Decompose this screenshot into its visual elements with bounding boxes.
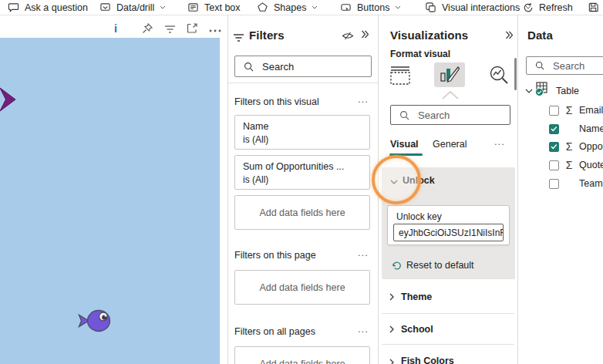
add-data-fields-dropzone[interactable]: Add data fields here [234, 195, 370, 230]
toolbar-text-box[interactable]: Text box [187, 0, 241, 15]
viz-search-input[interactable]: Search [390, 105, 510, 125]
more-options-icon[interactable] [209, 24, 221, 38]
shapes-icon [257, 2, 268, 13]
field-label: Name [579, 123, 603, 134]
fish-visual[interactable] [0, 38, 220, 364]
more-options-icon[interactable]: ... [358, 323, 369, 335]
data-search-input[interactable]: Search [526, 56, 603, 75]
chevron-down-icon[interactable] [390, 180, 398, 184]
more-options-icon[interactable]: ... [358, 93, 369, 105]
field-row-team[interactable]: Σ Team [549, 174, 603, 193]
visual-interactions-icon [425, 2, 436, 13]
chat-icon [8, 2, 19, 13]
filter-card-opportunities[interactable]: Sum of Opportunities ... is (All) [234, 155, 370, 190]
field-row-quote[interactable]: Σ Quote [549, 156, 603, 174]
eye-icon[interactable] [342, 31, 354, 41]
field-row-emails[interactable]: Σ Emails [549, 101, 603, 120]
tab-general[interactable]: General [433, 139, 467, 150]
visualizations-panel: Visualizations Format visual Search Visu… [378, 15, 518, 364]
reset-label: Reset to default [406, 260, 474, 271]
checkbox-unchecked[interactable] [549, 179, 559, 189]
add-data-fields-dropzone[interactable]: Add data fields here [234, 270, 370, 305]
visual-info-icon[interactable]: i [114, 22, 117, 35]
data-panel: Data Search Table Σ Emails Σ Name Σ Oppo… [517, 15, 603, 364]
field-label: Emails [579, 105, 603, 116]
chevron-right-icon [389, 293, 394, 301]
visualizations-title: Visualizations [390, 29, 468, 42]
active-tab-underline [389, 153, 423, 156]
toolbar-ask-a-question[interactable]: Ask a question [8, 0, 88, 15]
checkbox-unchecked[interactable] [549, 106, 559, 116]
field-row-opportunities[interactable]: Σ Opportunities [549, 137, 603, 156]
toolbar-label: Ask a question [25, 2, 88, 13]
dropzone-label: Add data fields here [259, 359, 345, 364]
table-node[interactable]: Table [525, 86, 579, 96]
field-label: Quote [579, 160, 603, 170]
toolbar-refresh[interactable]: Refresh [523, 0, 573, 15]
toolbar-data-drill[interactable]: Data/drill [99, 0, 166, 15]
filter-condition: is (All) [243, 134, 369, 145]
filter-card-name[interactable]: Name is (All) [234, 115, 370, 150]
filter-icon[interactable] [164, 22, 176, 35]
toolbar-label: Buttons [357, 2, 389, 13]
sum-icon: Σ [564, 140, 574, 153]
section-school[interactable]: School [382, 314, 514, 345]
toolbar-shapes[interactable]: Shapes [257, 0, 318, 15]
toolbar-save[interactable] [588, 0, 599, 15]
section-label: Theme [401, 292, 432, 302]
chevron-down-icon [160, 5, 166, 9]
search-icon [244, 62, 254, 72]
toolbar-visual-interactions[interactable]: Visual interactions [425, 0, 531, 15]
format-visual-icon[interactable] [434, 62, 465, 87]
filter-icon [233, 33, 244, 43]
toolbar-label: Visual interactions [442, 2, 520, 13]
pin-icon[interactable] [141, 22, 153, 35]
refresh-icon [523, 2, 534, 13]
chevron-right-icon [389, 325, 394, 333]
scrollbar-thumb[interactable] [514, 58, 517, 90]
more-options-icon[interactable]: ... [494, 136, 505, 147]
report-canvas[interactable]: i [0, 15, 227, 364]
toolbar-label: Text box [204, 2, 241, 13]
checkbox-checked[interactable] [549, 142, 559, 152]
checkbox-checked[interactable] [549, 124, 559, 134]
search-icon [535, 61, 544, 70]
format-visual-label: Format visual [390, 49, 450, 59]
analytics-icon[interactable] [486, 63, 510, 87]
field-row-name[interactable]: Σ Name [549, 120, 603, 138]
unlock-key-value: eyJhbGciOiJSUzI1NiIsInR5cCI6IkpXVCJ9 [399, 228, 504, 238]
toolbar-label: Refresh [539, 2, 573, 13]
checkbox-unchecked[interactable] [549, 160, 559, 170]
focus-mode-icon[interactable] [186, 22, 198, 35]
filters-section-label: Filters on this page [234, 250, 316, 261]
reset-to-default-button[interactable]: Reset to default [392, 260, 474, 271]
collapse-icon[interactable] [505, 31, 514, 39]
data-title: Data [527, 29, 553, 42]
sum-icon: Σ [564, 104, 574, 116]
collapse-icon[interactable] [361, 30, 369, 39]
section-fish-colors[interactable]: Fish Colors [382, 345, 514, 364]
add-data-fields-dropzone[interactable]: Add data fields here [234, 346, 370, 364]
filter-field: Sum of Opportunities ... [243, 161, 369, 172]
table-label: Table [556, 86, 579, 96]
more-options-icon[interactable]: ... [358, 247, 369, 258]
buttons-icon [340, 2, 352, 13]
filters-title: Filters [249, 29, 285, 42]
unlock-section-label[interactable]: Unlock [403, 175, 435, 186]
section-label: School [401, 324, 433, 335]
dropzone-label: Add data fields here [259, 207, 345, 218]
filters-search-input[interactable]: Search [234, 56, 372, 77]
filter-condition: is (All) [243, 174, 369, 185]
filter-field: Name [243, 121, 369, 132]
build-visual-icon[interactable] [387, 63, 413, 87]
textbox-icon [187, 2, 199, 13]
section-theme[interactable]: Theme [382, 280, 514, 314]
unlock-key-input[interactable]: eyJhbGciOiJSUzI1NiIsInR5cCI6IkpXVCJ9 [393, 224, 504, 241]
toolbar-buttons[interactable]: Buttons [340, 0, 401, 15]
tab-visual[interactable]: Visual [390, 139, 419, 150]
fish-shape [76, 308, 112, 334]
reset-icon [392, 261, 402, 271]
search-icon [399, 110, 409, 120]
field-label: Opportunities [579, 141, 603, 152]
toolbar-label: Data/drill [116, 2, 154, 13]
